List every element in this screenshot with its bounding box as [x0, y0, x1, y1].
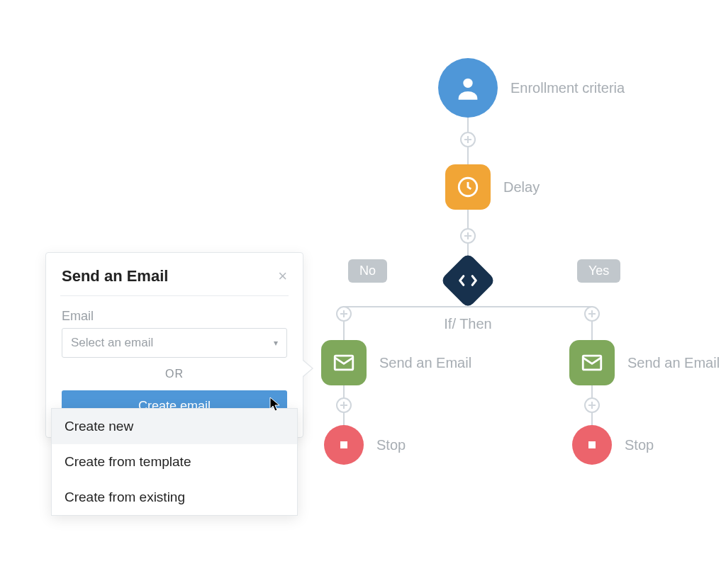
option-create-from-existing[interactable]: Create from existing — [52, 480, 297, 515]
node-label: Enrollment criteria — [510, 80, 625, 96]
stop-icon — [572, 425, 612, 465]
field-label: Email — [62, 309, 287, 324]
node-label: Delay — [503, 179, 540, 196]
add-step-button[interactable] — [460, 228, 476, 244]
add-step-button[interactable] — [336, 397, 352, 413]
node-send-email[interactable]: Send an Email — [321, 340, 471, 385]
option-create-new[interactable]: Create new — [52, 409, 297, 444]
svg-point-0 — [463, 79, 472, 88]
create-email-dropdown: Create new Create from template Create f… — [51, 408, 298, 516]
email-icon — [569, 340, 615, 385]
divider — [60, 295, 289, 296]
node-label: If/ Then — [444, 316, 491, 332]
node-stop[interactable]: Stop — [572, 425, 654, 465]
node-ifthen[interactable] — [448, 261, 488, 300]
panel-title: Send an Email — [62, 267, 168, 285]
close-icon[interactable]: × — [278, 267, 287, 285]
add-step-button[interactable] — [460, 132, 476, 147]
node-label: Send an Email — [379, 355, 471, 371]
chevron-down-icon: ▾ — [274, 338, 278, 348]
add-step-button[interactable] — [584, 397, 600, 413]
branch-tag-no: No — [348, 259, 387, 283]
node-label: Send an Email — [627, 355, 720, 371]
svg-rect-4 — [340, 441, 347, 448]
option-create-from-template[interactable]: Create from template — [52, 444, 297, 480]
svg-rect-5 — [588, 441, 596, 448]
or-divider: OR — [62, 368, 287, 380]
stop-icon — [324, 425, 364, 465]
node-label: Stop — [625, 437, 654, 453]
add-step-button[interactable] — [336, 306, 352, 322]
person-icon — [438, 58, 498, 118]
node-enrollment[interactable]: Enrollment criteria — [438, 58, 625, 118]
branch-tag-yes: Yes — [577, 259, 620, 283]
node-label: Stop — [376, 437, 406, 453]
clock-icon — [445, 164, 491, 210]
panel-pointer — [303, 360, 313, 377]
branch-icon — [440, 252, 496, 308]
node-stop[interactable]: Stop — [324, 425, 406, 465]
email-select[interactable]: Select an email ▾ — [62, 328, 287, 358]
select-placeholder: Select an email — [71, 336, 153, 350]
email-icon — [321, 340, 367, 385]
workflow-canvas: Enrollment criteria Delay If/ Then No Ye… — [0, 0, 726, 588]
node-delay[interactable]: Delay — [445, 164, 540, 210]
node-send-email[interactable]: Send an Email — [569, 340, 720, 385]
add-step-button[interactable] — [584, 306, 600, 322]
